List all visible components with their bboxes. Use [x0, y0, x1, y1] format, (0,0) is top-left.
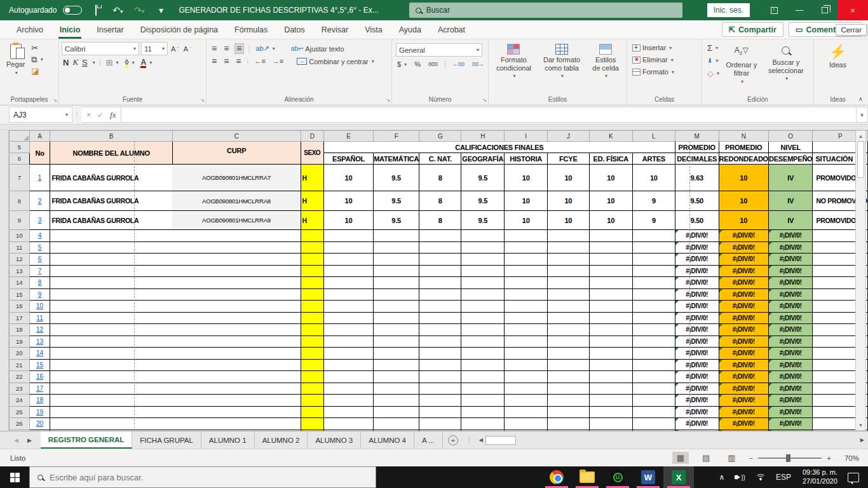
error-cell[interactable]: #¡DIV/0!	[719, 277, 768, 289]
empty-sexo-cell[interactable]	[301, 336, 323, 348]
empty-name-cell[interactable]	[50, 371, 172, 383]
grade-cell[interactable]: 9.5	[461, 191, 505, 211]
sheet-nav-right-icon[interactable]: ▶	[27, 437, 32, 444]
error-cell[interactable]: #¡DIV/0!	[768, 336, 813, 348]
empty-grade-cell[interactable]	[548, 348, 590, 360]
column-header-F[interactable]: F	[374, 131, 419, 142]
row-header[interactable]: 13	[10, 265, 30, 277]
column-header-M[interactable]: M	[675, 131, 719, 142]
sort-filter-button[interactable]: AZ▽ Ordenar y filtrar▾	[722, 42, 761, 86]
empty-grade-cell[interactable]	[461, 230, 505, 242]
empty-grade-cell[interactable]	[323, 371, 373, 383]
empty-grade-cell[interactable]	[323, 359, 373, 371]
error-cell[interactable]: #¡DIV/0!	[675, 359, 719, 371]
error-cell[interactable]: #¡DIV/0!	[675, 406, 719, 418]
empty-grade-cell[interactable]	[461, 265, 505, 277]
error-cell[interactable]: #¡DIV/0!	[719, 336, 768, 348]
share-button[interactable]: ⇱Compartir	[722, 22, 783, 37]
empty-grade-cell[interactable]	[548, 406, 590, 418]
format-as-table-button[interactable]: Dar formato como tabla▾	[536, 42, 587, 81]
empty-grade-cell[interactable]	[374, 395, 419, 407]
autosum-button[interactable]: Σ▾	[706, 43, 721, 53]
empty-name-cell[interactable]	[50, 312, 172, 324]
empty-grade-cell[interactable]	[505, 348, 548, 360]
error-cell[interactable]: #¡DIV/0!	[719, 254, 768, 266]
column-header-B[interactable]: B	[50, 131, 172, 142]
undo-icon[interactable]: ↶▾	[110, 5, 125, 15]
empty-sexo-cell[interactable]	[301, 265, 323, 277]
error-cell[interactable]: #¡DIV/0!	[675, 254, 719, 266]
grade-cell[interactable]: 10	[505, 211, 548, 230]
empty-grade-cell[interactable]	[419, 430, 461, 431]
grade-cell[interactable]: 10	[323, 165, 373, 191]
error-cell[interactable]: #¡DIV/0!	[675, 371, 719, 383]
header-desempeno[interactable]: DESEMPEÑO	[768, 153, 813, 165]
empty-grade-cell[interactable]	[461, 418, 505, 430]
error-cell[interactable]: #¡DIV/0!	[719, 406, 768, 418]
header-no[interactable]: No	[29, 142, 50, 165]
empty-grade-cell[interactable]	[374, 324, 419, 336]
student-number-link[interactable]: 3	[29, 211, 50, 230]
zoom-slider-thumb[interactable]	[786, 454, 790, 462]
empty-grade-cell[interactable]	[505, 430, 548, 431]
header-sexo[interactable]: SEXO	[301, 142, 323, 165]
sheet-tab-alumno-4[interactable]: ALUMNO 4	[361, 431, 414, 449]
empty-curp-cell[interactable]	[172, 336, 301, 348]
grade-cell[interactable]: 10	[548, 165, 590, 191]
error-cell[interactable]: #¡DIV/0!	[675, 383, 719, 395]
increase-font-button[interactable]: Aˆ	[170, 44, 180, 53]
empty-grade-cell[interactable]	[419, 254, 461, 266]
column-header-C[interactable]: C	[172, 131, 301, 142]
grade-cell[interactable]: 10	[548, 211, 590, 230]
sheet-tab-a-[interactable]: A ...	[414, 431, 443, 449]
empty-sexo-cell[interactable]	[301, 254, 323, 266]
empty-sexo-cell[interactable]	[301, 288, 323, 301]
empty-grade-cell[interactable]	[374, 406, 419, 418]
decrease-decimal-button[interactable]: 00→	[471, 60, 485, 68]
empty-grade-cell[interactable]	[589, 406, 632, 418]
error-cell[interactable]: #¡DIV/0!	[719, 371, 768, 383]
empty-grade-cell[interactable]	[419, 312, 461, 324]
empty-grade-cell[interactable]	[632, 241, 675, 254]
empty-name-cell[interactable]	[50, 336, 172, 348]
ribbon-tab-inicio[interactable]: Inicio	[52, 20, 88, 39]
horizontal-scrollbar[interactable]: ◀ ▶	[475, 431, 868, 449]
student-number-link[interactable]: 21	[29, 430, 50, 431]
sheet-tab-alumno-2[interactable]: ALUMNO 2	[255, 431, 308, 449]
empty-grade-cell[interactable]	[589, 312, 632, 324]
empty-name-cell[interactable]	[50, 230, 172, 242]
taskbar-excel[interactable]: X	[663, 466, 694, 488]
grade-cell[interactable]: 9.5	[461, 165, 505, 191]
number-dialog-launcher[interactable]: ↘	[482, 97, 487, 103]
empty-grade-cell[interactable]	[374, 277, 419, 289]
empty-curp-cell[interactable]	[172, 254, 301, 266]
scroll-up-icon[interactable]: ▲	[856, 131, 865, 141]
empty-grade-cell[interactable]	[505, 301, 548, 313]
increase-indent-button[interactable]: →≡	[271, 57, 285, 66]
empty-grade-cell[interactable]	[461, 288, 505, 301]
error-cell[interactable]: #¡DIV/0!	[768, 395, 813, 407]
empty-grade-cell[interactable]	[374, 230, 419, 242]
empty-grade-cell[interactable]	[323, 336, 373, 348]
close-button[interactable]: ×	[837, 0, 868, 20]
error-cell[interactable]: #¡DIV/0!	[719, 430, 768, 431]
empty-grade-cell[interactable]	[589, 371, 632, 383]
empty-grade-cell[interactable]	[505, 265, 548, 277]
error-cell[interactable]: #¡DIV/0!	[675, 312, 719, 324]
empty-grade-cell[interactable]	[505, 241, 548, 254]
error-cell[interactable]: #¡DIV/0!	[768, 383, 813, 395]
student-number-link[interactable]: 5	[29, 241, 50, 254]
header-subject[interactable]: C. NAT.	[419, 153, 461, 165]
empty-grade-cell[interactable]	[548, 336, 590, 348]
empty-sexo-cell[interactable]	[301, 406, 323, 418]
empty-sexo-cell[interactable]	[301, 312, 323, 324]
empty-grade-cell[interactable]	[419, 406, 461, 418]
empty-grade-cell[interactable]	[323, 230, 373, 242]
error-cell[interactable]: #¡DIV/0!	[719, 359, 768, 371]
empty-sexo-cell[interactable]	[301, 359, 323, 371]
row-header[interactable]: 6	[10, 153, 30, 165]
row-header[interactable]: 27	[10, 430, 30, 431]
error-cell[interactable]: #¡DIV/0!	[675, 230, 719, 242]
empty-grade-cell[interactable]	[323, 348, 373, 360]
empty-grade-cell[interactable]	[419, 383, 461, 395]
